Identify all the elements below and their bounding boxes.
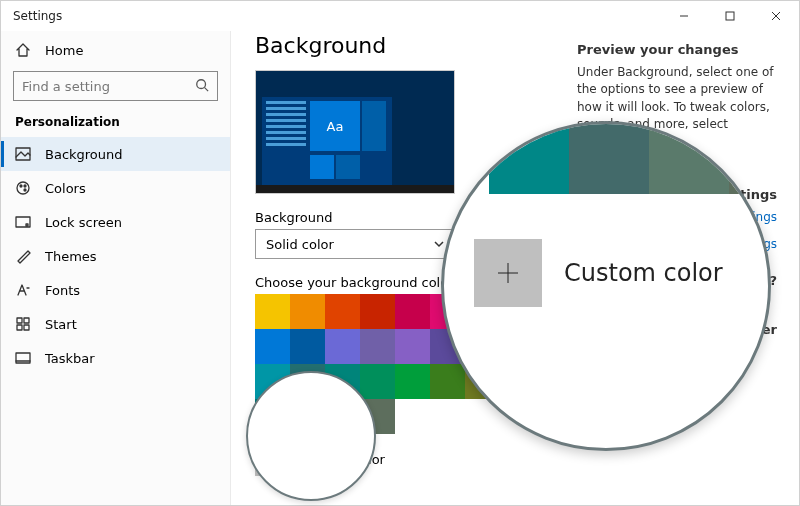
color-swatch[interactable] [255, 294, 290, 329]
palette-icon [15, 180, 31, 196]
svg-rect-14 [24, 318, 29, 323]
nav-colors-label: Colors [45, 181, 86, 196]
preview-start: Aa [262, 97, 392, 185]
color-swatch[interactable] [325, 294, 360, 329]
color-swatch[interactable] [290, 399, 325, 434]
nav-taskbar-label: Taskbar [45, 351, 95, 366]
color-swatch[interactable] [255, 364, 290, 399]
nav-home-label: Home [45, 43, 83, 58]
home-icon [15, 42, 31, 58]
taskbar-icon [15, 350, 31, 366]
search-placeholder: Find a setting [22, 79, 110, 94]
grid-icon [15, 316, 31, 332]
nav-background-label: Background [45, 147, 123, 162]
nav-taskbar[interactable]: Taskbar [1, 341, 230, 375]
window-controls [661, 1, 799, 31]
nav-fonts[interactable]: Fonts [1, 273, 230, 307]
search-input[interactable]: Find a setting [13, 71, 218, 101]
color-swatch[interactable] [360, 364, 395, 399]
svg-rect-1 [726, 12, 734, 20]
color-swatch[interactable] [395, 329, 430, 364]
custom-color-label: Custom color [299, 452, 385, 467]
svg-line-5 [205, 87, 209, 91]
nav-themes-label: Themes [45, 249, 97, 264]
color-swatch[interactable] [360, 294, 395, 329]
chevron-down-icon [434, 237, 444, 252]
svg-point-9 [24, 185, 26, 187]
svg-rect-15 [17, 325, 22, 330]
picture-icon [15, 146, 31, 162]
mag-custom-label: Custom color [564, 259, 723, 287]
close-button[interactable] [753, 1, 799, 31]
nav-lockscreen-label: Lock screen [45, 215, 122, 230]
desktop-preview: Aa [255, 70, 455, 194]
nav-colors[interactable]: Colors [1, 171, 230, 205]
brush-icon [15, 248, 31, 264]
section-label: Personalization [1, 109, 230, 137]
color-swatch [569, 124, 649, 194]
nav-background[interactable]: Background [1, 137, 230, 171]
sidebar: Home Find a setting Personalization Back… [1, 31, 231, 505]
titlebar: Settings [1, 1, 799, 31]
nav-start-label: Start [45, 317, 77, 332]
color-swatch[interactable] [430, 364, 465, 399]
color-swatch[interactable] [360, 329, 395, 364]
nav-themes[interactable]: Themes [1, 239, 230, 273]
color-swatch[interactable] [395, 364, 430, 399]
color-swatch[interactable] [255, 329, 290, 364]
preview-sample-text: Aa [310, 101, 360, 151]
search-icon [195, 78, 209, 95]
minimize-button[interactable] [661, 1, 707, 31]
custom-color-button[interactable]: Custom color [255, 442, 775, 476]
svg-point-7 [17, 182, 29, 194]
maximize-button[interactable] [707, 1, 753, 31]
color-swatch[interactable] [290, 364, 325, 399]
background-dropdown[interactable]: Solid color [255, 229, 455, 259]
svg-rect-13 [17, 318, 22, 323]
svg-point-8 [20, 185, 22, 187]
window-title: Settings [1, 9, 62, 23]
nav-fonts-label: Fonts [45, 283, 80, 298]
plus-icon [255, 442, 289, 476]
preview-heading: Preview your changes [577, 41, 777, 60]
mag-plus-icon [474, 239, 542, 307]
color-swatch[interactable] [325, 364, 360, 399]
color-swatch[interactable] [325, 329, 360, 364]
settings-window: Settings Home Find a setting Personaliza… [0, 0, 800, 506]
nav-lockscreen[interactable]: Lock screen [1, 205, 230, 239]
background-value: Solid color [266, 237, 334, 252]
color-swatch[interactable] [325, 399, 360, 434]
color-swatch[interactable] [255, 399, 290, 434]
magnifier-large: Custom color [441, 121, 771, 451]
color-swatch[interactable] [290, 294, 325, 329]
svg-rect-16 [24, 325, 29, 330]
svg-rect-12 [26, 224, 28, 226]
font-icon [15, 282, 31, 298]
svg-point-10 [24, 189, 26, 191]
color-swatch[interactable] [360, 399, 395, 434]
svg-point-4 [197, 79, 206, 88]
color-swatch[interactable] [395, 294, 430, 329]
lock-icon [15, 214, 31, 230]
nav-start[interactable]: Start [1, 307, 230, 341]
color-swatch[interactable] [290, 329, 325, 364]
nav-home[interactable]: Home [1, 33, 230, 67]
